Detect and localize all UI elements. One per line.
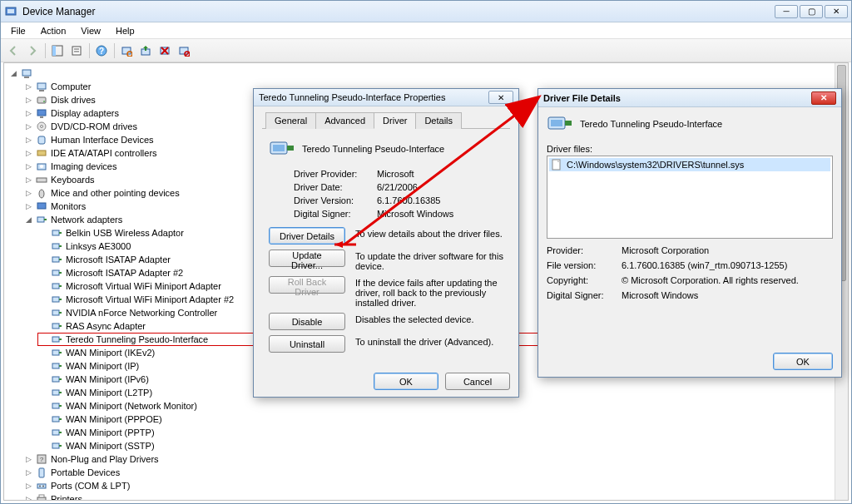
dialog-title: Teredo Tunneling Pseudo-Interface Proper…: [259, 92, 488, 102]
show-hide-console-tree-icon[interactable]: [48, 42, 67, 60]
dialog-close-button[interactable]: ✕: [811, 91, 836, 105]
menu-help[interactable]: Help: [109, 24, 141, 37]
svg-rect-36: [44, 219, 47, 220]
svg-rect-56: [59, 352, 62, 353]
expander-icon[interactable]: ▷: [24, 495, 33, 501]
update-driver-icon[interactable]: [136, 42, 155, 60]
disk-icon: [35, 94, 48, 106]
properties-dialog[interactable]: Teredo Tunneling Pseudo-Interface Proper…: [253, 88, 519, 398]
menu-file[interactable]: File: [4, 24, 32, 37]
network-adapter-icon: [50, 347, 63, 358]
kv-value: 6.1.7600.16385: [377, 195, 440, 205]
tab-general[interactable]: General: [265, 112, 316, 129]
scan-hardware-icon[interactable]: [117, 42, 136, 60]
expander-icon[interactable]: ▷: [24, 189, 33, 198]
device-name: Teredo Tunneling Pseudo-Interface: [302, 144, 444, 154]
category-label: Imaging devices: [51, 160, 117, 173]
svg-rect-4: [72, 47, 81, 55]
device-label: WAN Miniport (Network Monitor): [66, 399, 197, 413]
tree-root[interactable]: ◢: [7, 67, 848, 80]
svg-rect-22: [37, 97, 46, 103]
tree-category-npnp[interactable]: ▷?Non-Plug and Play Drivers: [22, 452, 848, 466]
tree-device-item[interactable]: WAN Miniport (SSTP): [37, 439, 848, 452]
category-label: Display adapters: [51, 106, 119, 120]
svg-rect-25: [40, 116, 43, 118]
network-adapter-icon: [50, 360, 63, 372]
expander-icon[interactable]: ▷: [24, 468, 33, 477]
expander-icon[interactable]: ▷: [24, 149, 33, 158]
kv-value: Microsoft: [377, 169, 414, 179]
tab-driver[interactable]: Driver: [374, 112, 416, 129]
expander-icon[interactable]: ▷: [24, 482, 33, 491]
svg-rect-52: [59, 325, 62, 327]
maximize-button[interactable]: ▢: [800, 5, 823, 18]
button-description: To uninstall the driver (Advanced).: [355, 335, 503, 347]
tree-device-item[interactable]: WAN Miniport (Network Monitor): [37, 399, 848, 413]
titlebar[interactable]: Device Manager ─ ▢ ✕: [1, 1, 851, 22]
expander-icon[interactable]: ◢: [24, 215, 33, 225]
expander-icon[interactable]: ▷: [24, 136, 33, 145]
cancel-button[interactable]: Cancel: [445, 373, 510, 390]
svg-rect-32: [37, 178, 47, 182]
tab-strip: General Advanced Driver Details: [262, 111, 510, 129]
expander-icon[interactable]: ▷: [24, 202, 33, 211]
computer-icon: [35, 81, 48, 92]
close-button[interactable]: ✕: [825, 5, 848, 18]
menu-view[interactable]: View: [74, 24, 107, 37]
tree-category-ports[interactable]: ▷Ports (COM & LPT): [22, 479, 848, 492]
category-label: DVD/CD-ROM drives: [51, 120, 137, 133]
driver-files-list[interactable]: C:\Windows\system32\DRIVERS\tunnel.sys: [547, 156, 833, 239]
tab-advanced[interactable]: Advanced: [315, 112, 374, 129]
expander-icon[interactable]: ▷: [24, 122, 33, 131]
driver-file-item[interactable]: C:\Windows\system32\DRIVERS\tunnel.sys: [549, 158, 830, 171]
svg-point-33: [39, 190, 44, 198]
device-label: WAN Miniport (PPTP): [66, 426, 155, 439]
help-icon[interactable]: ?: [92, 42, 111, 60]
ok-button[interactable]: OK: [374, 373, 438, 390]
dialog-close-button[interactable]: ✕: [488, 91, 513, 104]
kv-key: Digital Signer:: [294, 209, 377, 219]
svg-rect-1: [7, 9, 14, 13]
expander-icon[interactable]: ▷: [24, 96, 33, 105]
window-title: Device Manager: [22, 6, 775, 17]
expander-icon[interactable]: ▷: [24, 162, 33, 171]
svg-rect-74: [37, 484, 46, 488]
back-icon[interactable]: [4, 42, 22, 60]
dialog-title: Driver File Details: [543, 93, 811, 103]
uninstall-icon[interactable]: [156, 42, 174, 60]
driver-file-details-dialog[interactable]: Driver File Details ✕ Teredo Tunneling P…: [537, 88, 842, 378]
tree-device-item[interactable]: WAN Miniport (PPPOE): [37, 413, 848, 426]
tree-category-printer[interactable]: ▷Printers: [22, 492, 848, 500]
device-name: Teredo Tunneling Pseudo-Interface: [580, 119, 722, 129]
category-label: Ports (COM & LPT): [51, 479, 130, 492]
svg-rect-63: [52, 403, 59, 408]
rollback-driver-button[interactable]: Roll Back Driver: [269, 276, 345, 294]
tree-device-item[interactable]: WAN Miniport (PPTP): [37, 426, 848, 439]
kv-key: Digital Signer:: [547, 290, 622, 300]
properties-icon[interactable]: [67, 42, 86, 60]
tab-details[interactable]: Details: [415, 112, 462, 129]
expander-icon[interactable]: ▷: [24, 82, 33, 91]
expander-icon[interactable]: ▷: [24, 455, 33, 464]
dialog-titlebar[interactable]: Teredo Tunneling Pseudo-Interface Proper…: [254, 89, 518, 106]
update-driver-button[interactable]: Update Driver...: [269, 250, 345, 267]
minimize-button[interactable]: ─: [775, 5, 798, 18]
kv-value: © Microsoft Corporation. All rights rese…: [622, 275, 799, 285]
network-adapter-icon: [547, 112, 573, 136]
driver-details-button[interactable]: Driver Details: [269, 227, 345, 245]
ok-button[interactable]: OK: [773, 353, 833, 370]
menu-action[interactable]: Action: [34, 24, 73, 37]
disable-button[interactable]: Disable: [269, 313, 345, 330]
expander-icon[interactable]: ▷: [24, 175, 33, 185]
tree-category-portable[interactable]: ▷Portable Devices: [22, 466, 848, 479]
dialog-titlebar[interactable]: Driver File Details ✕: [538, 89, 841, 107]
svg-point-23: [43, 101, 45, 102]
keyboard-icon: [35, 174, 48, 185]
mouse-icon: [35, 187, 48, 199]
svg-rect-53: [52, 337, 59, 342]
uninstall-button[interactable]: Uninstall: [269, 335, 345, 353]
forward-icon[interactable]: [23, 42, 42, 60]
svg-rect-47: [52, 297, 59, 302]
expander-icon[interactable]: ▷: [24, 109, 33, 118]
disable-icon[interactable]: [175, 42, 193, 60]
